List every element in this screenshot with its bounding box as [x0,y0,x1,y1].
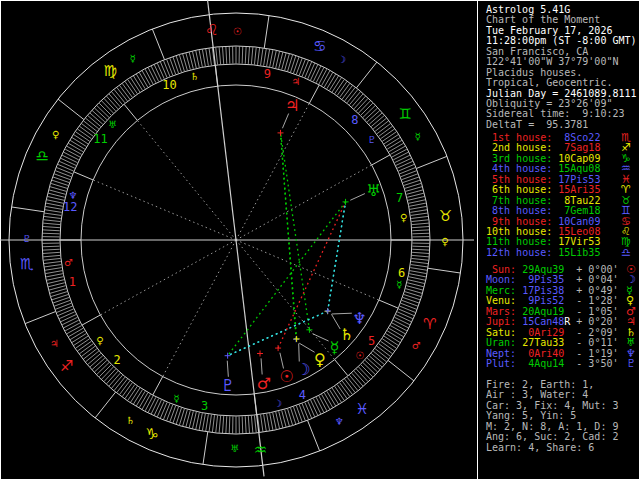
house-number: 2 [114,353,121,367]
houses-list: 1st house: 8Sco22♏ 2nd house: 7Sag18♐ 3r… [478,133,640,258]
zodiac-sign-icon: ♏ [20,255,34,273]
axis-line [207,0,264,476]
sign-ruler-icon: ♀ [441,236,448,247]
house-cusp-line [236,165,372,240]
sign-ruler-icon: ☽ [337,54,346,65]
glyph-connector [313,334,329,341]
house-number: 9 [264,67,271,81]
planet-glyph-icon: ♀ [314,350,326,369]
glyph-connector [261,358,262,374]
glyph-connector [299,343,300,361]
house-ruler-icon: ♂ [64,257,73,268]
planet-glyph-icon: ♇ [221,376,235,395]
house-cusp-line [236,240,335,360]
glyph-connector [227,361,228,377]
house-ruler-icon: ♀ [96,335,103,346]
cusp-divider [82,315,100,325]
glyph-connector [280,353,284,369]
sign-divider [25,312,56,324]
sign-ruler-icon: ♃ [50,338,59,349]
house-number: 3 [201,399,208,413]
zodiac-sign-icon: ♊ [399,105,412,123]
house-number: 7 [396,191,403,205]
house-cusp-line [93,180,236,240]
house-cusp-line [236,240,379,300]
house-cusp-line [137,120,236,240]
planets-list: Sun: 29Aqu39 + 0°00'☉Moon: 9Pis35 + 0°04… [478,265,640,369]
aspect-line [281,133,297,339]
zodiac-sign-icon: ♋ [313,37,326,55]
zodiac-sign-icon: ♓ [355,400,368,418]
planet-position-mark [257,350,263,356]
sign-divider [11,207,44,212]
zodiac-sign-icon: ♌ [205,21,218,39]
zodiac-sign-icon: ♎ [36,147,49,165]
house-number: 4 [299,388,306,402]
house-ruler-icon: ♄ [190,71,199,82]
sign-divider [264,15,269,48]
zodiac-sign-icon: ♒ [254,441,267,459]
house-row: 12th house: 15Lib35♎ [478,248,640,258]
house-ruler-icon: ☉ [355,350,364,361]
sign-divider [152,29,164,60]
cusp-divider [309,85,319,104]
house-number: 5 [368,334,375,348]
glyph-connector [332,313,352,314]
planet-glyph-icon: ♄ [340,325,354,344]
zodiac-sign-icon: ♑ [146,425,159,443]
house-ruler-icon: ♀ [400,212,407,223]
house-ruler-icon: ♃ [291,76,300,87]
zodiac-sign-icon: ♍ [103,62,116,80]
house-cusp-line [100,240,236,315]
planet-position-mark [294,336,300,342]
sign-divider [203,432,208,465]
cusp-divider [335,360,348,376]
house-number: 12 [63,200,77,214]
planet-glyph-icon: ☉ [279,367,293,386]
planet-position-mark [278,130,284,136]
planet-glyph-icon: ♅ [366,181,380,200]
sign-icon: ♎ [621,247,631,259]
house-ruler-icon: ☽ [273,398,282,409]
glyph-connector [299,343,314,352]
planet-icon: ♇ [626,358,636,370]
planet-position-mark [306,327,312,333]
sign-divider [428,268,461,273]
sign-divider [58,99,84,119]
cusp-divider [74,172,93,180]
chart-wheel: ♈♂♉♀♊☿♋☽♌☉♍☿♎♀♏♇♐♃♑♄♒♅♓♆1♂2♀3☿4☽5☉6☿7♀8♇… [0,0,480,480]
planet-position-mark [275,345,281,351]
sign-divider [356,62,376,88]
aspect-line [281,133,310,330]
glyph-connector [282,114,288,129]
sign-ruler-icon: ♀ [52,129,59,140]
cusp-divider [372,155,390,165]
house-ruler-icon: ♇ [367,134,376,145]
sign-divider [388,360,414,380]
sign-ruler-icon: ♆ [335,416,344,427]
sign-ruler-icon: ♄ [126,415,135,426]
sign-divider [308,420,320,451]
cusp-divider [124,104,137,120]
zodiac-sign-icon: ♉ [439,207,452,225]
astrolog-window: ♈♂♉♀♊☿♋☽♌☉♍☿♎♀♏♇♐♃♑♄♒♅♓♆1♂2♀3☿4☽5☉6☿7♀8♇… [0,0,640,480]
house-number: 10 [162,78,176,92]
planet-glyph-icon: ☿ [330,338,340,357]
info-panel: Astrolog 5.41GChart of the MomentTue Feb… [477,0,640,480]
cusp-divider [379,300,398,308]
sign-ruler-icon: ☿ [415,131,421,142]
aspect-line [328,202,346,311]
house-ruler-icon: ☿ [396,279,402,290]
sign-ruler-icon: ♇ [23,233,32,244]
house-ruler-icon: ♆ [68,190,77,201]
sign-divider [95,392,115,418]
sign-ruler-icon: ☉ [233,26,242,37]
house-number: 11 [93,132,107,146]
element-stats: Fire: 2, Earth: 1,Air : 3, Water: 4Car: … [478,380,640,453]
zodiac-sign-icon: ♈ [423,315,436,333]
zodiac-sign-icon: ♐ [60,357,73,375]
house-ruler-icon: ♅ [108,119,117,130]
header-line: DeltaT = 95.3781 [478,120,640,130]
sign-ruler-icon: ♅ [230,443,239,454]
cusp-divider [153,377,163,396]
